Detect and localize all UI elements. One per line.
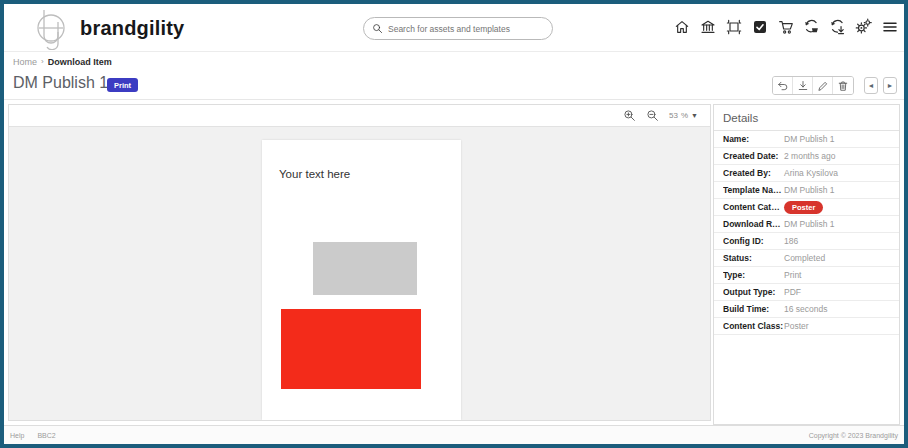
details-value: Arina Kysilova [784,168,838,178]
details-row-template-name: Template Name: DM Publish 1 [714,182,899,199]
home-icon[interactable] [673,18,690,35]
copyright-text: Copyright © 2023 Brandgility [809,432,898,439]
zoom-in-button[interactable] [623,109,636,122]
header-icon-row [673,18,898,35]
breadcrumb: Home › Download Item [4,53,904,70]
page-title: DM Publish 1 [13,74,108,92]
brandgility-logo-icon [30,6,72,50]
details-value: DM Publish 1 [784,134,835,144]
content-category-badge: Poster [784,201,823,214]
details-panel-title: Details [714,105,899,131]
delete-button[interactable] [833,77,853,94]
zoom-out-button[interactable] [646,109,659,122]
delete-icon [837,80,849,92]
poster-red-rectangle [281,309,421,389]
details-row-output-type: Output Type: PDF [714,284,899,301]
details-label: Created Date: [723,151,784,161]
details-label: Created By: [723,168,784,178]
help-link[interactable]: Help [10,432,24,439]
breadcrumb-home-link[interactable]: Home [13,57,37,67]
details-label: Type: [723,270,784,280]
details-row-build-time: Build Time: 16 seconds [714,301,899,318]
details-value: DM Publish 1 [784,185,835,195]
zoom-unit: % [681,111,688,120]
search-input[interactable] [388,24,544,34]
zoom-out-icon [646,109,659,122]
details-label: Config ID: [723,236,784,246]
details-label: Content Category: [723,202,784,212]
details-row-created-by: Created By: Arina Kysilova [714,165,899,182]
bbc2-link[interactable]: BBC2 [37,432,55,439]
details-row-content-category: Content Category: Poster [714,199,899,216]
details-label: Status: [723,253,784,263]
app-header: brandgility [4,4,904,52]
search-icon [372,23,383,34]
details-value: 2 months ago [784,151,836,161]
details-label: Build Time: [723,304,784,314]
details-label: Content Class: [723,321,784,331]
breadcrumb-current: Download Item [48,57,112,67]
edit-button[interactable] [813,77,833,94]
details-row-type: Type: Print [714,267,899,284]
details-row-name: Name: DM Publish 1 [714,131,899,148]
details-panel: Details Name: DM Publish 1 Created Date:… [713,104,900,425]
edit-icon [817,80,829,92]
undo-icon [777,80,789,92]
previous-button[interactable]: ◄ [864,77,878,94]
details-row-content-class: Content Class: Poster [714,318,899,335]
details-row-download-reference: Download Referen... DM Publish 1 [714,216,899,233]
sync-download-icon[interactable] [829,18,846,35]
action-button-group [772,76,854,95]
cart-icon[interactable] [777,18,794,35]
download-button[interactable] [793,77,813,94]
previous-icon: ◄ [868,82,875,89]
zoom-level-select[interactable]: 53 % ▼ [669,111,698,120]
details-label: Name: [723,134,784,144]
poster-text: Your text here [279,168,350,180]
details-value: PDF [784,287,801,297]
gears-icon[interactable] [855,18,872,35]
app-footer: Help BBC2 Copyright © 2023 Brandgility [4,425,904,444]
brand-logo[interactable]: brandgility [30,6,184,50]
details-value: Poster [784,321,809,331]
item-actions: ◄ ► [772,76,897,95]
details-value: Completed [784,253,825,263]
undo-button[interactable] [773,77,793,94]
details-value: Print [784,270,801,280]
details-value: 16 seconds [784,304,827,314]
details-label: Download Referen... [723,219,784,229]
details-label: Output Type: [723,287,784,297]
details-label: Template Name: [723,185,784,195]
app-window: brandgility [0,0,908,448]
artboard-icon[interactable] [725,18,742,35]
download-icon [797,80,809,92]
details-row-config-id: Config ID: 186 [714,233,899,250]
title-bar: DM Publish 1 Print ◄ ► [4,70,904,100]
next-button[interactable]: ► [883,77,897,94]
details-row-status: Status: Completed [714,250,899,267]
print-type-badge: Print [107,78,138,92]
poster-preview[interactable]: Your text here [262,140,461,420]
next-icon: ► [887,82,894,89]
tasks-checked-icon[interactable] [751,18,768,35]
menu-icon[interactable] [881,18,898,35]
preview-panel: 53 % ▼ Your text here [8,104,711,421]
details-value: DM Publish 1 [784,219,835,229]
poster-gray-rectangle [313,242,417,295]
canvas-toolbar: 53 % ▼ [9,105,710,127]
chevron-down-icon: ▼ [691,112,698,119]
details-value: 186 [784,236,798,246]
zoom-level-value: 53 [669,111,678,120]
institution-icon[interactable] [699,18,716,35]
search-bar[interactable] [363,17,553,40]
zoom-in-icon [623,109,636,122]
breadcrumb-separator: › [41,57,44,66]
cart-sync-icon[interactable] [803,18,820,35]
brand-name: brandgility [80,17,184,40]
details-row-created-date: Created Date: 2 months ago [714,148,899,165]
canvas-area[interactable]: Your text here [9,127,710,420]
